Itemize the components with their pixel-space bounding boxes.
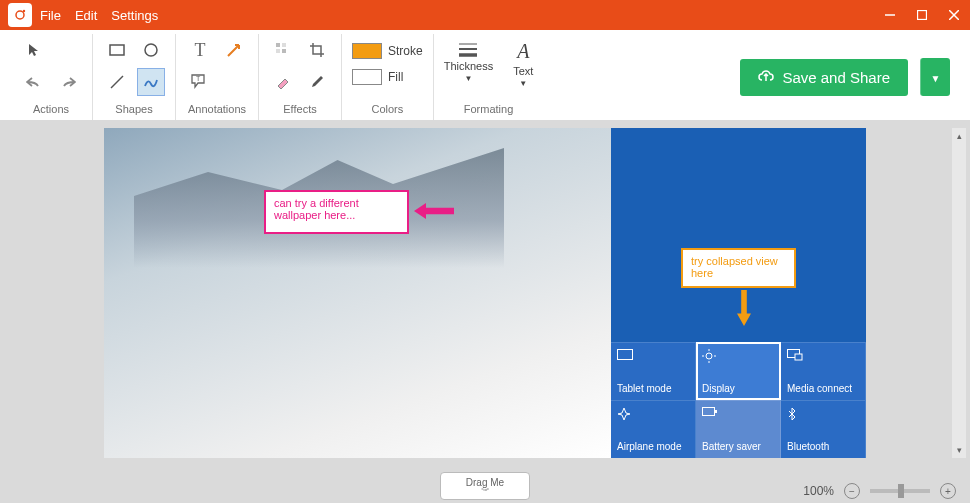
undo-icon[interactable] bbox=[20, 68, 48, 96]
group-label-actions: Actions bbox=[33, 100, 69, 118]
cursor-tool-icon[interactable] bbox=[20, 36, 48, 64]
background-image bbox=[104, 128, 611, 458]
annotation-orange-box[interactable]: try collapsed view here bbox=[681, 248, 796, 288]
svg-rect-17 bbox=[618, 350, 633, 360]
cloud-upload-icon bbox=[758, 69, 774, 85]
group-label-annotations: Annotations bbox=[188, 100, 246, 118]
save-label: Save and Share bbox=[782, 69, 890, 86]
stroke-swatch[interactable] bbox=[352, 43, 382, 59]
zoom-percent: 100% bbox=[803, 484, 834, 498]
chevron-down-icon: ▼ bbox=[464, 74, 472, 83]
drag-handle[interactable]: Drag Me ︾ bbox=[440, 472, 530, 500]
save-dropdown-button[interactable]: ▼ bbox=[920, 58, 950, 96]
svg-point-8 bbox=[145, 44, 157, 56]
text-label: Text bbox=[513, 65, 533, 77]
brightness-icon bbox=[702, 349, 716, 363]
svg-rect-26 bbox=[715, 410, 717, 413]
crop-tool-icon[interactable] bbox=[303, 36, 331, 64]
group-label-effects: Effects bbox=[283, 100, 316, 118]
svg-line-7 bbox=[111, 76, 123, 88]
group-label-formatting: Formating bbox=[464, 100, 514, 118]
app-logo bbox=[8, 3, 32, 27]
annotation-pink-box[interactable]: can try a different wallpaper here... bbox=[264, 190, 409, 234]
chevron-down-icon: ▼ bbox=[931, 73, 941, 84]
maximize-button[interactable] bbox=[906, 0, 938, 30]
tile-battery-saver[interactable]: Battery saver bbox=[696, 400, 781, 458]
chevron-down-icon: ▼ bbox=[519, 79, 527, 88]
tile-tablet-mode[interactable]: Tablet mode bbox=[611, 342, 696, 400]
group-label-shapes: Shapes bbox=[115, 100, 152, 118]
svg-point-0 bbox=[16, 11, 24, 19]
text-format-dropdown[interactable]: A Text ▼ bbox=[513, 40, 533, 88]
battery-icon bbox=[702, 407, 718, 417]
tile-bluetooth[interactable]: Bluetooth bbox=[781, 400, 866, 458]
stroke-label: Stroke bbox=[388, 44, 423, 58]
svg-rect-25 bbox=[703, 408, 715, 416]
text-tool-icon[interactable]: T bbox=[186, 36, 214, 64]
rectangle-shape-icon[interactable] bbox=[103, 36, 131, 64]
windows-action-center: Tablet mode Display Media connect Airpla… bbox=[611, 128, 866, 458]
svg-point-1 bbox=[23, 10, 25, 12]
color-picker-icon[interactable] bbox=[303, 68, 331, 96]
menu-file[interactable]: File bbox=[40, 8, 61, 23]
tile-display[interactable]: Display bbox=[696, 342, 781, 400]
svg-rect-12 bbox=[276, 49, 280, 53]
fill-swatch[interactable] bbox=[352, 69, 382, 85]
arrow-tool-icon[interactable] bbox=[220, 36, 248, 64]
chevron-down-double-icon: ︾ bbox=[481, 488, 490, 495]
minimize-button[interactable] bbox=[874, 0, 906, 30]
save-share-button[interactable]: Save and Share bbox=[740, 59, 908, 96]
zoom-in-button[interactable]: + bbox=[940, 483, 956, 499]
menu-settings[interactable]: Settings bbox=[111, 8, 158, 23]
thickness-dropdown[interactable]: Thickness ▼ bbox=[444, 40, 494, 83]
svg-rect-24 bbox=[795, 354, 802, 360]
tile-airplane-mode[interactable]: Airplane mode bbox=[611, 400, 696, 458]
svg-rect-6 bbox=[110, 45, 124, 55]
tablet-icon bbox=[617, 349, 633, 361]
close-button[interactable] bbox=[938, 0, 970, 30]
scroll-up-icon[interactable]: ▴ bbox=[952, 128, 966, 144]
vertical-scrollbar[interactable]: ▴ ▾ bbox=[952, 128, 966, 458]
line-shape-icon[interactable] bbox=[103, 68, 131, 96]
redo-icon[interactable] bbox=[54, 68, 82, 96]
eraser-icon[interactable] bbox=[269, 68, 297, 96]
svg-point-18 bbox=[706, 353, 712, 359]
callout-tool-icon[interactable]: T bbox=[186, 68, 214, 96]
tile-media-connect[interactable]: Media connect bbox=[781, 342, 866, 400]
editor-canvas[interactable]: Tablet mode Display Media connect Airpla… bbox=[104, 128, 866, 458]
cast-icon bbox=[787, 349, 803, 361]
thickness-label: Thickness bbox=[444, 60, 494, 72]
menu-edit[interactable]: Edit bbox=[75, 8, 97, 23]
airplane-icon bbox=[617, 407, 631, 421]
circle-shape-icon[interactable] bbox=[137, 36, 165, 64]
fill-label: Fill bbox=[388, 70, 403, 84]
group-label-colors: Colors bbox=[371, 100, 403, 118]
svg-rect-13 bbox=[282, 49, 286, 53]
svg-rect-11 bbox=[282, 43, 286, 47]
svg-text:T: T bbox=[196, 75, 201, 82]
freehand-shape-icon[interactable] bbox=[137, 68, 165, 96]
zoom-out-button[interactable]: − bbox=[844, 483, 860, 499]
svg-rect-3 bbox=[918, 11, 927, 20]
scroll-down-icon[interactable]: ▾ bbox=[952, 442, 966, 458]
blur-effect-icon[interactable] bbox=[269, 36, 297, 64]
bluetooth-icon bbox=[787, 407, 797, 421]
svg-rect-10 bbox=[276, 43, 280, 47]
zoom-slider[interactable] bbox=[870, 489, 930, 493]
